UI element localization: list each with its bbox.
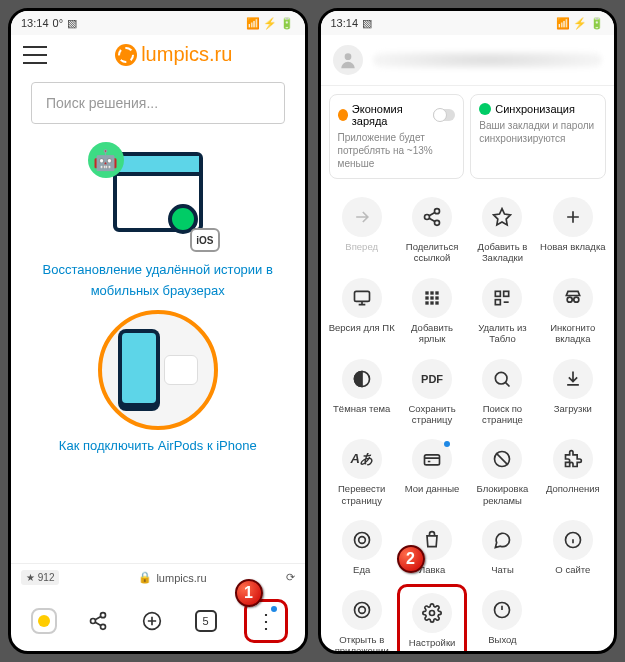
menu-item-icon: PDF [412, 359, 452, 399]
sync-card[interactable]: Синхронизация Ваши закладки и пароли син… [470, 94, 606, 179]
status-icons: 📶 ⚡ 🔋 [556, 17, 604, 30]
svg-point-1 [90, 619, 95, 624]
status-bar: 13:14 ▧ 📶 ⚡ 🔋 [321, 11, 615, 35]
url-text: lumpics.ru [156, 572, 206, 584]
svg-rect-15 [425, 301, 428, 304]
svg-point-27 [358, 537, 365, 544]
menu-item-label: Инкогнито вкладка [540, 322, 606, 345]
menu-item-icon [412, 593, 452, 633]
svg-rect-14 [435, 296, 438, 299]
phone-mini-icon [118, 329, 160, 411]
menu-item-19[interactable]: О сайте [538, 514, 608, 581]
hamburger-menu-icon[interactable] [23, 46, 47, 64]
avatar-icon [333, 45, 363, 75]
menu-item-label: Блокировка рекламы [469, 483, 535, 506]
menu-item-label: Настройки [402, 637, 462, 648]
menu-item-2[interactable]: Добавить в Закладки [467, 191, 537, 270]
menu-item-21[interactable]: Настройки [397, 584, 467, 651]
menu-item-22[interactable]: Выход [467, 584, 537, 651]
menu-item-10[interactable]: Поиск по странице [467, 353, 537, 432]
menu-item-label: Тёмная тема [329, 403, 395, 414]
article-link-2[interactable]: Как подключить AirPods к iPhone [31, 436, 285, 457]
new-tab-button[interactable] [136, 605, 168, 637]
card-subtitle: Приложение будет потреблять на ~13% мень… [338, 131, 456, 170]
menu-item-icon [482, 359, 522, 399]
menu-item-label: Поиск по странице [469, 403, 535, 426]
status-time: 13:14 [331, 17, 359, 29]
svg-rect-11 [435, 291, 438, 294]
notification-dot-icon [271, 606, 277, 612]
svg-point-22 [574, 297, 579, 302]
menu-item-13[interactable]: Мои данные [397, 433, 467, 512]
menu-item-icon [342, 197, 382, 237]
menu-grid: ВпередПоделиться ссылкойДобавить в Закла… [321, 187, 615, 651]
svg-point-21 [567, 297, 572, 302]
green-dot-icon [479, 103, 491, 115]
menu-item-9[interactable]: PDFСохранить страницу [397, 353, 467, 432]
menu-item-label: Удалить из Табло [469, 322, 535, 345]
yandex-home-button[interactable] [28, 605, 60, 637]
svg-point-2 [100, 624, 105, 629]
svg-rect-13 [430, 296, 433, 299]
menu-item-4[interactable]: Версия для ПК [327, 272, 397, 351]
menu-item-icon [342, 590, 382, 630]
svg-point-5 [435, 209, 440, 214]
svg-point-0 [100, 613, 105, 618]
menu-item-11[interactable]: Загрузки [538, 353, 608, 432]
menu-item-3[interactable]: Новая вкладка [538, 191, 608, 270]
menu-item-label: Выход [469, 634, 535, 645]
card-title: Синхронизация [495, 103, 575, 115]
yandex-icon [31, 608, 57, 634]
menu-item-icon [553, 520, 593, 560]
menu-item-icon [342, 359, 382, 399]
menu-item-label: Новая вкладка [540, 241, 606, 252]
menu-item-5[interactable]: Добавить ярлык [397, 272, 467, 351]
menu-item-icon [342, 278, 382, 318]
svg-rect-25 [425, 455, 440, 465]
share-icon [88, 611, 108, 631]
menu-item-label: Чаты [469, 564, 535, 575]
tabs-button[interactable]: 5 [190, 605, 222, 637]
android-badge-icon: 🤖 [88, 142, 124, 178]
svg-rect-16 [430, 301, 433, 304]
toggle-switch[interactable] [433, 109, 455, 121]
feature-cards-row: Экономия заряда Приложение будет потребл… [321, 86, 615, 187]
callout-badge-1: 1 [235, 579, 263, 607]
status-icons: 📶 ⚡ 🔋 [246, 17, 294, 30]
status-time: 13:14 [21, 17, 49, 29]
menu-item-20[interactable]: Открыть в приложении [327, 584, 397, 651]
menu-item-6[interactable]: Удалить из Табло [467, 272, 537, 351]
svg-rect-20 [496, 299, 501, 304]
menu-item-14[interactable]: Блокировка рекламы [467, 433, 537, 512]
svg-rect-10 [430, 291, 433, 294]
reload-share-icon[interactable]: ⟳ [286, 571, 295, 584]
profile-header[interactable] [321, 35, 615, 86]
article-link-1[interactable]: Восстановление удалённой истории в мобил… [31, 260, 285, 302]
search-input[interactable]: Поиск решения... [31, 82, 285, 124]
menu-item-label: Мои данные [399, 483, 465, 494]
svg-point-30 [358, 606, 365, 613]
menu-item-icon [342, 520, 382, 560]
page-content: 🤖 iOS Восстановление удалённой истории в… [11, 132, 305, 563]
menu-item-15[interactable]: Дополнения [538, 433, 608, 512]
card-title: Экономия заряда [352, 103, 429, 127]
battery-saver-card[interactable]: Экономия заряда Приложение будет потребл… [329, 94, 465, 179]
menu-item-12[interactable]: AあПеревести страницу [327, 433, 397, 512]
menu-item-16[interactable]: Еда [327, 514, 397, 581]
site-logo[interactable]: lumpics.ru [55, 43, 293, 66]
menu-item-1[interactable]: Поделиться ссылкой [397, 191, 467, 270]
menu-item-icon [553, 439, 593, 479]
menu-item-8[interactable]: Тёмная тема [327, 353, 397, 432]
menu-item-label: Вперед [329, 241, 395, 252]
share-button[interactable] [82, 605, 114, 637]
menu-item-label: Версия для ПК [329, 322, 395, 333]
menu-item-label: О сайте [540, 564, 606, 575]
menu-item-18[interactable]: Чаты [467, 514, 537, 581]
article-illustration-2 [98, 310, 218, 430]
rating-pill[interactable]: ★ 912 [21, 570, 59, 585]
menu-item-label: Еда [329, 564, 395, 575]
svg-point-4 [344, 53, 351, 60]
logo-text: lumpics.ru [141, 43, 232, 66]
menu-item-label: Дополнения [540, 483, 606, 494]
menu-item-7[interactable]: Инкогнито вкладка [538, 272, 608, 351]
